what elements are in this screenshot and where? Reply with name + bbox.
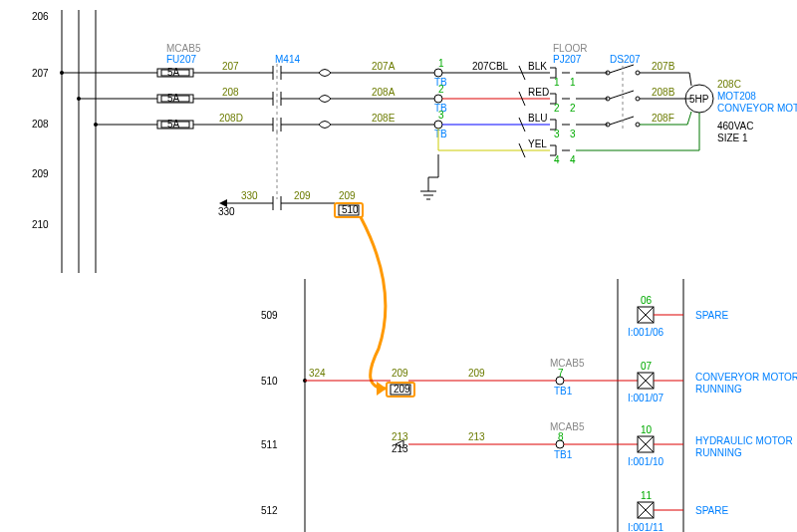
run-511: RUNNING [695,447,742,458]
row-210: 210 [32,219,49,230]
pj-n1b: 1 [570,77,576,88]
w207b: 207B [652,61,675,72]
xref-arrow [361,217,387,389]
pj-n4b: 4 [570,154,576,165]
xref-arrowhead [377,382,387,396]
pj-n2b: 2 [570,103,576,114]
mcab5-label: MCAB5 [166,43,201,54]
pj207-label: PJ207 [553,54,582,65]
floor-label: FLOOR [553,43,587,54]
w213: 213 [392,431,408,442]
io-509-a: I:001/06 [628,327,664,338]
ds-207-blade [610,65,634,73]
motor-t1 [689,73,691,86]
w330: 330 [241,190,258,201]
arrow-330-txt: 330 [218,206,235,217]
a213: 213 [392,443,408,454]
w208f: 208F [652,113,674,124]
w208: 208 [222,87,239,98]
io-511-n: 10 [641,424,653,435]
io-512-a: I:001/11 [628,522,664,532]
w209-510: 209 [392,368,408,379]
spare-509: SPARE [695,310,728,321]
r324: 324 [309,368,326,379]
fuse-208-val: 5A [167,93,180,104]
motor-tag: MOT208 [717,91,756,102]
mcab5-510: MCAB5 [550,358,585,369]
hyd-511: HYDRAULIC MOTOR [695,435,793,446]
row-511: 511 [261,439,278,450]
tb1: 1 [438,58,444,69]
io-510-n: 07 [641,361,653,372]
ds-208c-blade [610,117,634,125]
motor-t3 [687,112,691,125]
w207a: 207A [372,61,396,72]
pj-n3: 3 [554,129,560,139]
w207: 207 [222,61,239,72]
t7: 7 [558,368,564,379]
w209a: 209 [294,190,311,201]
w208e: 208E [372,113,396,124]
motor-v: 460VAC [717,121,754,132]
ol-208 [315,96,331,103]
tb-207 [434,69,442,77]
motor-hp: 5HP [689,94,709,105]
ds207-label: DS207 [610,54,641,65]
run-510: RUNNING [695,384,742,395]
ds-208cb [636,123,640,127]
io-512-n: 11 [641,490,653,501]
yel-label: YEL [528,138,547,149]
tb1-510: TB1 [554,386,573,397]
l209: 209 [468,368,485,379]
tblabel-3: TB [434,129,447,139]
conv-510: CONVERYOR MOTOR [695,372,797,383]
io-510-a: I:001/07 [628,393,664,403]
pj-n1: 1 [554,77,560,88]
pj-n4: 4 [554,154,560,165]
m414-label: M414 [275,54,300,65]
tb2: 2 [438,84,444,95]
row-510: 510 [261,376,278,387]
xref-209: 209 [394,384,410,395]
motor-desc: CONVEYOR MOTOR [717,103,797,114]
w208a: 208A [372,87,396,98]
io-509-n: 06 [641,295,653,306]
fu207-label: FU207 [166,54,196,65]
mcab5-511: MCAB5 [550,421,585,432]
blk-label: BLK [528,61,547,72]
l213: 213 [468,431,485,442]
w208b: 208B [652,87,675,98]
blu-label: BLU [528,113,547,124]
row-209: 209 [32,168,49,179]
row-206: 206 [32,11,49,22]
tb-208c [434,121,442,129]
ol-208c [315,122,331,129]
spare-512: SPARE [695,505,728,516]
fuse-208c-val: 5A [167,119,180,130]
fuse-207-val: 5A [167,67,180,78]
ds-208-blade [610,91,634,99]
io-511-a: I:001/10 [628,456,664,467]
row-509: 509 [261,310,278,321]
tb1-511: TB1 [554,449,573,460]
pj-n2: 2 [554,103,560,114]
row-207: 207 [32,68,49,79]
tb-208 [434,95,442,103]
red-label: RED [528,87,549,98]
w208c: 208C [717,79,741,90]
motor-size: SIZE 1 [717,133,748,143]
ds-207b [636,71,640,75]
t8: 8 [558,431,564,442]
w209b: 209 [339,190,356,201]
ol-207 [315,70,331,77]
tb3: 3 [438,110,444,121]
w208d: 208D [219,113,243,124]
row-512: 512 [261,505,278,516]
pj-n3b: 3 [570,129,576,139]
cable-label: 207CBL [472,61,509,72]
ds-208b [636,97,640,101]
row-208: 208 [32,119,49,130]
xref-510: 510 [342,204,359,215]
